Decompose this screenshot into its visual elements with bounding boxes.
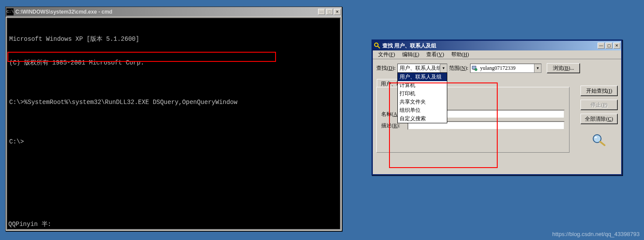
chevron-down-icon[interactable]: ▼ [440, 64, 447, 72]
find-type-dropdown-list[interactable]: 用户、联系人及组 计算机 打印机 共享文件夹 组织单位 自定义搜索 [397, 72, 447, 123]
cmd-output-line: C:\>%SystemRoot%\system32\RunDLL32.EXE D… [9, 98, 338, 106]
cmd-system-menu-icon[interactable]: C:\ [7, 8, 14, 15]
start-find-button[interactable]: 开始查找(I) [580, 86, 618, 96]
find-dialog-body: 查找(D): 用户、联系人及组 ▼ 范围(N): yulang07172339 … [373, 59, 621, 174]
find-titlebar[interactable]: 查找 用户、联系人及组 — ▢ ✕ [373, 41, 621, 50]
svg-point-4 [475, 68, 477, 71]
scope-label: 范围(N): [449, 64, 468, 72]
find-type-dropdown[interactable]: 用户、联系人及组 ▼ [397, 64, 447, 73]
scope-dropdown[interactable]: yulang07172339 ▼ [470, 64, 541, 73]
cmd-titlebar[interactable]: C:\ C:\WINDOWS\system32\cmd.exe - cmd — … [6, 7, 342, 17]
svg-point-0 [375, 43, 378, 47]
cmd-prompt-line: C:\> [9, 138, 338, 146]
cmd-title: C:\WINDOWS\system32\cmd.exe - cmd [15, 9, 318, 15]
dropdown-option[interactable]: 自定义搜索 [398, 115, 447, 123]
close-button[interactable]: ✕ [334, 9, 341, 15]
watermark-url: https://blog.csdn.net/qq_43398793 [552, 231, 640, 237]
dropdown-option[interactable]: 用户、联系人及组 [398, 73, 447, 81]
chevron-down-icon[interactable]: ▼ [534, 64, 541, 72]
action-button-column: 开始查找(I) 停止(P) 全部清除(C) [580, 86, 618, 147]
ime-status: QQPinyin 半: [8, 220, 51, 228]
menu-edit[interactable]: 编辑(E) [399, 50, 423, 59]
find-dialog-window: 查找 用户、联系人及组 — ▢ ✕ 文件(F) 编辑(E) 查看(V) 帮助(H… [372, 39, 623, 176]
search-icon [374, 42, 381, 49]
clear-all-button[interactable]: 全部清除(C) [580, 114, 618, 124]
find-type-label: 查找(D): [376, 64, 396, 72]
search-icon [591, 133, 607, 147]
minimize-button[interactable]: — [598, 43, 605, 49]
find-dialog-title: 查找 用户、联系人及组 [382, 42, 598, 50]
cmd-terminal[interactable]: Microsoft Windows XP [版本 5.1.2600] (C) 版… [7, 18, 341, 230]
svg-line-1 [378, 46, 380, 48]
cmd-output-line: Microsoft Windows XP [版本 5.1.2600] [9, 35, 338, 43]
computer-network-icon [471, 65, 478, 71]
browse-button[interactable]: 浏览(B)... [547, 63, 580, 73]
minimize-button[interactable]: — [318, 9, 325, 15]
svg-point-7 [594, 136, 597, 138]
maximize-button[interactable]: ▢ [605, 43, 612, 49]
menu-help[interactable]: 帮助(H) [448, 50, 473, 59]
svg-line-6 [600, 142, 605, 145]
menu-bar: 文件(F) 编辑(E) 查看(V) 帮助(H) [373, 50, 621, 59]
close-button[interactable]: ✕ [613, 43, 620, 49]
dropdown-option[interactable]: 共享文件夹 [398, 98, 447, 106]
dropdown-option[interactable]: 组织单位 [398, 106, 447, 115]
cmd-window: C:\ C:\WINDOWS\system32\cmd.exe - cmd — … [5, 7, 342, 231]
dropdown-option[interactable]: 计算机 [398, 81, 447, 90]
dropdown-option[interactable]: 打印机 [398, 90, 447, 98]
maximize-button[interactable]: ▢ [326, 9, 333, 15]
cmd-output-line: (C) 版权所有 1985-2001 Microsoft Corp. [9, 59, 338, 67]
menu-view[interactable]: 查看(V) [423, 50, 448, 59]
stop-button[interactable]: 停止(P) [580, 100, 618, 110]
menu-file[interactable]: 文件(F) [375, 50, 399, 59]
